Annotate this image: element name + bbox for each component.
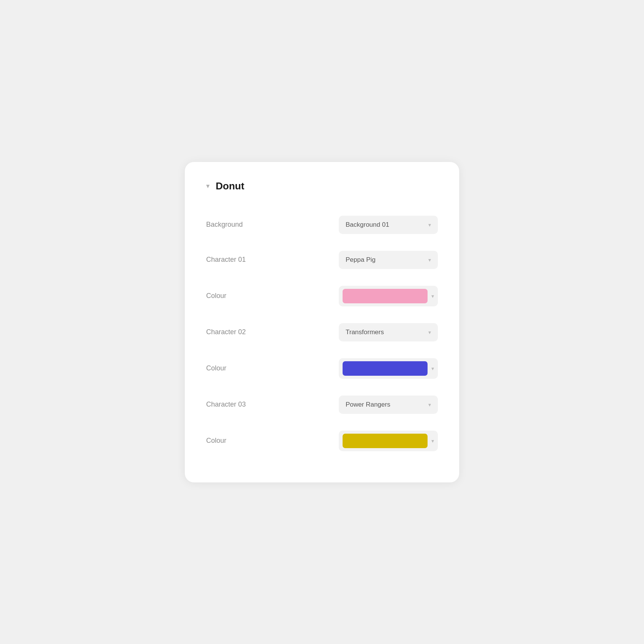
chevron-down-icon: ▾ xyxy=(431,293,434,299)
rows-container: BackgroundBackground 01▾Character 01Pepp… xyxy=(206,207,438,460)
chevron-down-icon: ▾ xyxy=(428,222,431,228)
colour-swatch xyxy=(343,361,428,376)
row-label: Colour xyxy=(206,437,226,445)
list-item: Colour▾ xyxy=(206,350,438,387)
row-label: Character 01 xyxy=(206,256,246,264)
chevron-down-icon: ▾ xyxy=(428,257,431,263)
chevron-down-icon[interactable]: ▾ xyxy=(206,183,210,189)
colour-swatch xyxy=(343,289,428,303)
dropdown-character03[interactable]: Power Rangers▾ xyxy=(339,396,438,414)
list-item: Character 02Transformers▾ xyxy=(206,315,438,350)
chevron-down-icon: ▾ xyxy=(431,365,434,372)
card-header: ▾ Donut xyxy=(206,180,438,192)
dropdown-background[interactable]: Background 01▾ xyxy=(339,216,438,234)
donut-card: ▾ Donut BackgroundBackground 01▾Characte… xyxy=(185,162,459,482)
chevron-down-icon: ▾ xyxy=(428,329,431,335)
colour-dropdown-colour01[interactable]: ▾ xyxy=(339,286,438,306)
row-label: Character 02 xyxy=(206,328,246,336)
list-item: Colour▾ xyxy=(206,422,438,460)
row-label: Character 03 xyxy=(206,400,246,409)
row-label: Background xyxy=(206,221,243,229)
list-item: Character 01Peppa Pig▾ xyxy=(206,242,438,277)
chevron-down-icon: ▾ xyxy=(428,402,431,408)
row-label: Colour xyxy=(206,364,226,372)
dropdown-value: Peppa Pig xyxy=(346,256,375,264)
list-item: Colour▾ xyxy=(206,277,438,315)
colour-dropdown-colour02[interactable]: ▾ xyxy=(339,358,438,379)
chevron-down-icon: ▾ xyxy=(431,438,434,444)
dropdown-character01[interactable]: Peppa Pig▾ xyxy=(339,251,438,269)
colour-dropdown-colour03[interactable]: ▾ xyxy=(339,431,438,451)
dropdown-value: Background 01 xyxy=(346,221,389,229)
dropdown-value: Power Rangers xyxy=(346,401,390,409)
colour-swatch xyxy=(343,434,428,448)
list-item: BackgroundBackground 01▾ xyxy=(206,207,438,242)
row-label: Colour xyxy=(206,292,226,300)
list-item: Character 03Power Rangers▾ xyxy=(206,387,438,422)
dropdown-value: Transformers xyxy=(346,328,384,336)
dropdown-character02[interactable]: Transformers▾ xyxy=(339,323,438,341)
card-title: Donut xyxy=(216,180,244,192)
